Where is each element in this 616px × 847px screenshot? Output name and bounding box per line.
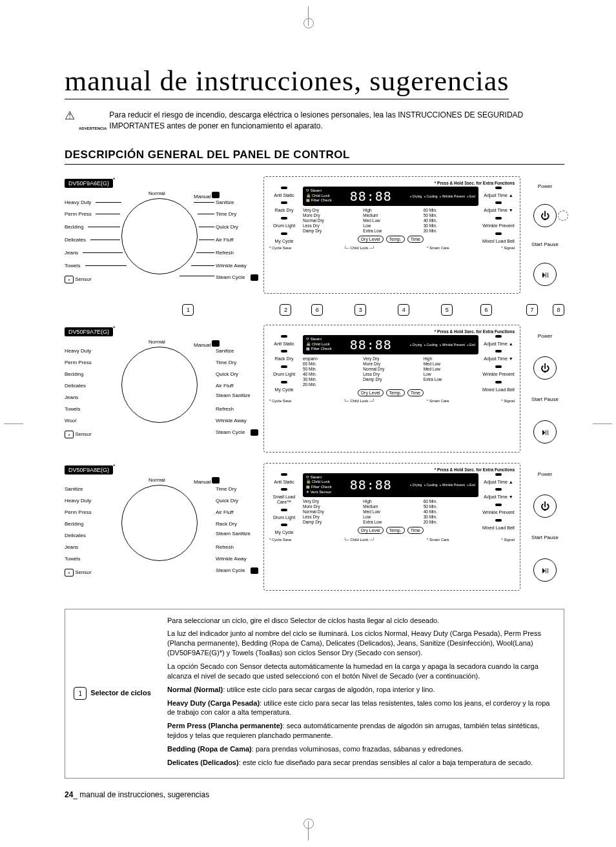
power-label: Power — [538, 471, 553, 477]
manual-icon — [212, 192, 220, 198]
time-digits: 88:88 — [334, 189, 407, 204]
dial-item: Jeans — [65, 394, 78, 400]
warning-text: Para reducir el riesgo de incendio, desc… — [109, 110, 564, 132]
manual-label: Manual — [194, 477, 220, 485]
power-button: ⏻ — [533, 204, 557, 227]
desc-number: 1 — [74, 687, 87, 700]
callout-num: 8 — [553, 304, 564, 316]
dial-item: Air Fluff — [216, 237, 233, 243]
mixed-load-bell-button: Mixed Load Bell — [482, 239, 515, 244]
dial-item: Towels — [65, 406, 80, 412]
power-label: Power — [538, 183, 553, 189]
rack-dry-button: Rack Dry — [275, 208, 294, 213]
dial-item: Perm Press — [65, 360, 92, 365]
power-button: ⏻ — [533, 495, 557, 518]
callout-row: 1 2 6 3 4 5 6 7 8 — [65, 304, 564, 316]
dial-item: Towels — [65, 263, 80, 269]
dial-item: Refresh — [216, 406, 234, 412]
callout-num: 6 — [480, 304, 492, 316]
steam-icon — [251, 274, 258, 281]
dial-top: Normal — [149, 339, 165, 345]
dial-item: Bedding — [65, 371, 83, 377]
dial-item: Heavy Duty — [65, 498, 91, 504]
desc-label: Selector de ciclos — [90, 689, 151, 697]
adjust-time-down-button: Adjust Time ▼ — [484, 208, 513, 213]
start-pause-button: ⏯ — [533, 420, 557, 444]
dial-item: Air Fluff — [216, 509, 233, 515]
press-hold-note: * Press & Hold 3sec. for Extra Functions — [269, 467, 515, 472]
dial-item: Sanitize — [65, 486, 83, 492]
anti-static-button: Anti Static — [274, 193, 294, 198]
display-module-c: * Press & Hold 3sec. for Extra Functions… — [263, 463, 520, 591]
power-label: Power — [538, 333, 553, 339]
dial-item: Wrinkle Away — [216, 263, 247, 269]
dial-item: Wool — [65, 418, 76, 424]
dial-item: Perm Press — [65, 211, 92, 217]
drum-light-button: Drum Light — [273, 223, 295, 229]
dial-item: Bedding — [65, 224, 83, 230]
dial-item: Steam Sanitize — [216, 531, 251, 536]
dial-item: Time Dry — [216, 211, 236, 217]
dial-item: Steam Cycle — [216, 567, 245, 573]
dial-item: Refresh — [216, 544, 234, 550]
start-pause-label: Start Pause — [531, 535, 559, 541]
power-button: ⏻ — [533, 356, 557, 380]
press-hold-note: * Press & Hold 3sec. for Extra Functions — [269, 181, 515, 185]
dial-item: Delicates — [65, 237, 86, 243]
warning-row: ⚠ ADVERTENCIA Para reducir el riesgo de … — [65, 110, 564, 132]
dial-item: Sanitize — [216, 199, 234, 205]
manual-label: Manual — [194, 340, 220, 348]
dial-item: Wrinkle Away — [216, 556, 247, 562]
page-footer: 24_ manual de instrucciones, sugerencias — [65, 790, 564, 799]
sensor-label: s Sensor — [65, 431, 92, 438]
panel-model-b: DV50F9A7E(G)* Normal Heavy Duty Perm Pre… — [65, 325, 564, 453]
dial-item: Refresh — [216, 250, 234, 256]
dial-item: Time Dry — [216, 360, 236, 365]
page-title: manual de instrucciones, sugerencias — [65, 65, 509, 99]
panel-model-a: DV50F9A6E(G)* Normal Heavy Duty Perm Pre… — [65, 176, 564, 294]
power-start-col: Power ⏻ Start Pause ⏯ — [526, 176, 564, 294]
manual-label: Manual — [194, 192, 220, 199]
wrinkle-prevent-button: Wrinkle Prevent — [482, 223, 514, 229]
steam-icon — [251, 429, 258, 436]
steam-icon — [251, 567, 258, 574]
model-tag-c: DV50F9A8E(G) — [65, 465, 113, 475]
dial-item: Sanitize — [216, 348, 234, 354]
callout-num: 3 — [354, 304, 366, 316]
desc-text: Para seleccionar un ciclo, gire el disco… — [159, 609, 564, 778]
callout-num: 2 — [280, 304, 291, 316]
dial-item: Quick Dry — [216, 371, 238, 377]
dial-item: Jeans — [65, 544, 78, 550]
section-title: DESCRIPCIÓN GENERAL DEL PANEL DE CONTROL — [65, 148, 564, 165]
panel-model-c: DV50F9A8E(G)* Normal Sanitize Heavy Duty… — [65, 463, 564, 591]
callout-num: 1 — [182, 304, 194, 316]
dial-item: Delicates — [65, 383, 86, 389]
start-pause-button: ⏯ — [533, 263, 557, 286]
dial-item: Steam Sanitize — [216, 393, 251, 398]
model-tag-a: DV50F9A6E(G) — [65, 179, 113, 188]
dial-item: Delicates — [65, 533, 86, 538]
temp-pill: Temp. — [386, 236, 405, 243]
warning-label: ADVERTENCIA — [79, 127, 107, 130]
dial-item: Heavy Duty — [65, 199, 91, 205]
dial-item: Quick Dry — [216, 224, 238, 230]
dry-level-pill: Dry Level — [358, 236, 384, 243]
start-pause-label: Start Pause — [531, 397, 559, 403]
callout-num: 4 — [398, 304, 409, 316]
dial-top: Normal — [149, 477, 165, 483]
warning-icon: ⚠ — [65, 110, 75, 121]
cycle-dial-c: Normal Sanitize Heavy Duty Perm Press Be… — [65, 477, 258, 591]
dial-item: Wrinkle Away — [216, 418, 247, 424]
callout-num: 7 — [526, 304, 538, 316]
start-pause-label: Start Pause — [531, 242, 559, 248]
dial-item: Bedding — [65, 521, 83, 527]
cycle-dial-a: Normal Heavy Duty Perm Press Bedding Del… — [65, 190, 258, 294]
time-pill: Time — [407, 236, 424, 243]
dial-item: Steam Cycle — [216, 429, 245, 435]
dashed-marker — [558, 210, 568, 221]
callout-num: 6 — [311, 304, 323, 316]
press-hold-note: * Press & Hold 3sec. for Extra Functions — [269, 329, 515, 334]
dial-item: Quick Dry — [216, 498, 238, 504]
dial-item: Perm Press — [65, 509, 92, 515]
model-tag-b: DV50F9A7E(G) — [65, 327, 113, 336]
